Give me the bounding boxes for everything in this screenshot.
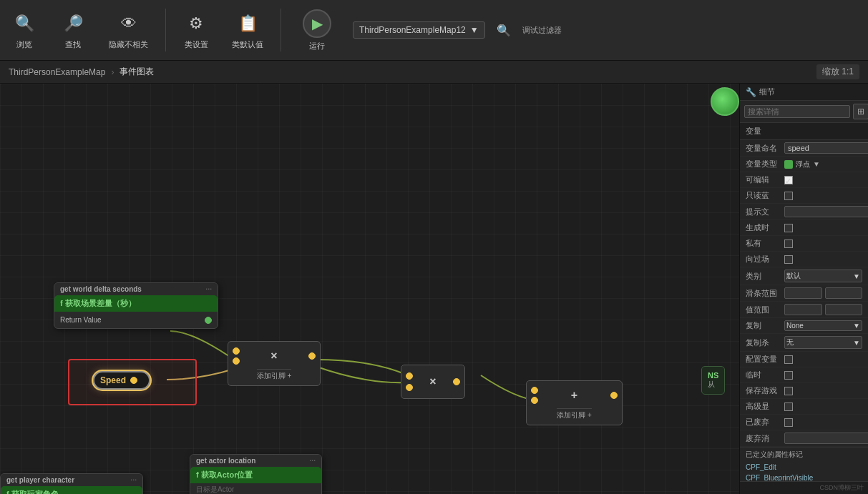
- breadcrumb: ThirdPersonExampleMap › 事件图表 缩放 1:1: [0, 61, 868, 84]
- add-pin-in1[interactable]: [531, 387, 538, 394]
- cpf-blueprint-visible-item[interactable]: CPF_BlueprintVisible: [740, 473, 868, 481]
- multiply-symbol: ×: [270, 350, 277, 362]
- spawn-label: 生成时: [746, 222, 781, 233]
- editable-checkbox[interactable]: ✓: [784, 176, 793, 184]
- add-pin-btn[interactable]: 添加引脚 +: [257, 369, 292, 381]
- multiply2-symbol: ×: [429, 375, 436, 388]
- get-world-delta-seconds-node[interactable]: get world delta seconds ⋯ f 获取场景差量（秒） Re…: [54, 282, 218, 329]
- slider-range-label: 滑条范围: [746, 288, 781, 299]
- pin-out[interactable]: [308, 352, 316, 360]
- var-name-input[interactable]: [784, 142, 868, 154]
- value-range-max[interactable]: [825, 304, 863, 315]
- add-pin-out[interactable]: [610, 392, 618, 399]
- pin-row-return: Return Value: [60, 315, 212, 325]
- divider2: [281, 9, 281, 51]
- ns-node[interactable]: NS 从: [701, 366, 725, 395]
- node-header: get world delta seconds ⋯: [54, 283, 218, 295]
- category-row: 类别 默认 ▼: [740, 267, 868, 285]
- replicate-notify-row: 复制杀 无 ▼: [740, 334, 868, 352]
- multiply-node-1[interactable]: × 添加引脚 +: [228, 341, 321, 386]
- float-type-color: [784, 160, 793, 169]
- add-node[interactable]: + 添加引脚 +: [526, 380, 623, 425]
- var-name-row: 变量命名: [740, 140, 868, 157]
- cpf-edit-item[interactable]: CPF_Edit: [740, 462, 868, 473]
- search-icon[interactable]: 🔍: [497, 24, 511, 37]
- details-icon: 🔧: [746, 87, 756, 97]
- slider-range-row: 滑条范围: [740, 285, 868, 302]
- editable-label: 可编辑: [746, 174, 781, 185]
- get-actor-location-node[interactable]: get actor location ⋯ f 获取Actor位置 目标是Acto…: [190, 454, 322, 494]
- advanced-display-checkbox[interactable]: [784, 402, 793, 411]
- pin2-in1[interactable]: [406, 372, 413, 380]
- map-selector[interactable]: ThirdPersonExampleMap12 ▼: [353, 21, 485, 39]
- temp-checkbox[interactable]: [784, 371, 793, 380]
- replicate-dropdown[interactable]: None ▼: [784, 320, 862, 331]
- add-pin-in2[interactable]: [531, 397, 538, 404]
- hide-label: 隐藏不相关: [109, 39, 148, 50]
- slider-range-max[interactable]: [825, 287, 863, 299]
- properties-list[interactable]: 变量命名 变量类型 浮点 ▼ 可编辑 ✓ 只读蓝 提示文: [740, 140, 868, 481]
- breadcrumb-current: 事件图表: [120, 66, 154, 78]
- var-type-selector[interactable]: 浮点 ▼: [784, 159, 820, 169]
- zoom-level: 缩放 1:1: [816, 64, 859, 79]
- category-label: 类别: [746, 271, 781, 282]
- tooltip-input[interactable]: [784, 206, 868, 217]
- actor-loc-subtitle: 目标是Actor: [190, 483, 321, 494]
- config-var-checkbox[interactable]: [784, 355, 793, 364]
- add-pin-label[interactable]: 添加引脚 +: [557, 408, 592, 420]
- deprecated-checkbox[interactable]: [784, 418, 793, 427]
- pin2-out[interactable]: [453, 378, 460, 385]
- breadcrumb-map[interactable]: ThirdPersonExampleMap: [9, 67, 105, 77]
- expose-row: 向过场: [740, 252, 868, 267]
- debug-filter-label: 调试过滤器: [522, 25, 562, 36]
- readonly-label: 只读蓝: [746, 190, 781, 201]
- readonly-checkbox[interactable]: [784, 192, 793, 200]
- expose-checkbox[interactable]: [784, 255, 793, 264]
- category-dropdown[interactable]: 默认 ▼: [784, 270, 862, 282]
- deprecated-msg-row: 废弃消: [740, 430, 868, 447]
- multiply-node-2[interactable]: ×: [401, 365, 465, 399]
- ns-circle: [711, 87, 739, 116]
- private-row: 私有: [740, 236, 868, 252]
- class-default-button[interactable]: 📋 类默认值: [226, 8, 269, 53]
- speed-output-pin[interactable]: [130, 377, 137, 384]
- output-pin[interactable]: [205, 317, 212, 324]
- replicate-notify-dropdown[interactable]: 无 ▼: [784, 336, 862, 349]
- pin2-in2[interactable]: [406, 384, 413, 391]
- variables-title: 变量: [746, 126, 761, 137]
- run-button[interactable]: ▶ 运行: [293, 6, 341, 54]
- deprecated-msg-input[interactable]: [784, 433, 868, 444]
- value-range-min[interactable]: [784, 304, 822, 315]
- blueprint-canvas[interactable]: get world delta seconds ⋯ f 获取场景差量（秒） Re…: [0, 84, 739, 494]
- advanced-display-label: 高级显: [746, 401, 781, 412]
- get-player-char-node[interactable]: get player character ⋯ f 获取玩家角色 Player I…: [0, 473, 143, 494]
- type-dropdown-arrow[interactable]: ▼: [813, 160, 820, 168]
- spawn-checkbox[interactable]: [784, 224, 793, 232]
- expose-label: 向过场: [746, 254, 781, 265]
- hide-icon: 👁: [116, 11, 142, 36]
- details-search-input[interactable]: [744, 105, 850, 118]
- variables-header: 变量: [740, 123, 868, 140]
- run-label: 运行: [309, 41, 325, 51]
- editable-row: 可编辑 ✓: [740, 172, 868, 188]
- ns-sublabel: 从: [708, 380, 718, 390]
- find-icon: 🔎: [60, 11, 86, 36]
- class-settings-button[interactable]: ⚙ 类设置: [177, 8, 215, 53]
- config-var-label: 配置变量: [746, 354, 781, 365]
- private-checkbox[interactable]: [784, 239, 793, 248]
- speed-variable-node[interactable]: Speed: [93, 371, 150, 390]
- watermark: CSDN博柳三叶: [740, 481, 868, 494]
- pin-in1[interactable]: [233, 347, 240, 355]
- save-game-checkbox[interactable]: [784, 387, 793, 395]
- browse-label: 浏览: [16, 39, 32, 50]
- browse-button[interactable]: 🔍 浏览: [6, 8, 43, 53]
- browse-icon: 🔍: [11, 11, 37, 36]
- grid-view-btn[interactable]: ⊞: [853, 104, 868, 119]
- pin-in2[interactable]: [233, 357, 240, 365]
- slider-range-min[interactable]: [784, 287, 822, 299]
- ns-label: NS: [708, 371, 718, 380]
- panel-toolbar-icons: ⊞ 👁: [853, 104, 868, 119]
- find-button[interactable]: 🔎 查找: [54, 8, 92, 53]
- var-type-value: 浮点: [796, 159, 810, 169]
- hide-irrelevant-button[interactable]: 👁 隐藏不相关: [103, 8, 154, 53]
